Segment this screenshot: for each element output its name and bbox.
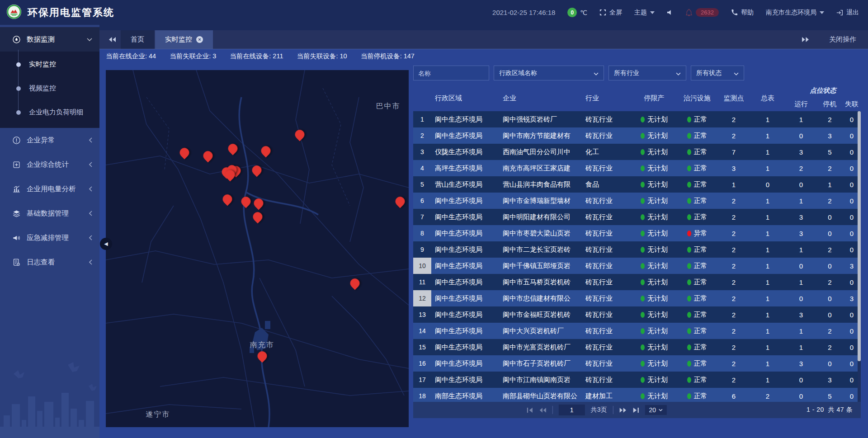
cell-stop-count: 0	[817, 225, 843, 241]
last-page-button[interactable]	[632, 407, 639, 413]
sidebar-item-1[interactable]: 数据监测	[0, 27, 99, 52]
cell-index: 6	[413, 193, 431, 209]
cell-index: 4	[413, 160, 431, 176]
treatment-label: 正常	[694, 262, 708, 270]
page-input[interactable]	[559, 405, 585, 415]
tab-scroll-right-button[interactable]	[797, 37, 814, 42]
production-label: 无计划	[647, 278, 668, 287]
cell-monitor-count: 2	[717, 355, 750, 372]
cell-production-status: 无计划	[632, 225, 677, 241]
cell-company: 阆中市南方节能建材有	[499, 127, 582, 144]
table-row[interactable]: 4高坪生态环境局南充市高坪区王家店建砖瓦行业无计划正常31220	[413, 160, 861, 176]
help-label: 帮助	[741, 9, 754, 17]
production-label: 无计划	[647, 164, 668, 173]
sidebar-subitem-3[interactable]: 企业电力负荷明细	[0, 100, 99, 124]
status-dot-green	[687, 361, 691, 367]
map-canvas[interactable]: 巴中市南充市遂宁市	[106, 70, 409, 427]
treatment-label: 正常	[694, 115, 708, 124]
cell-run-count: 2	[785, 160, 817, 176]
mute-button[interactable]	[667, 9, 673, 15]
tab-1[interactable]: 首页	[121, 30, 154, 49]
treatment-label: 正常	[694, 213, 708, 221]
sidebar-item-5[interactable]: 基础数据管理	[0, 201, 99, 226]
logout-button[interactable]: 退出	[836, 9, 859, 17]
fullscreen-icon	[599, 9, 606, 16]
industry-select[interactable]: 所有行业	[609, 66, 686, 80]
sidebar-item-4[interactable]: 企业用电量分析	[0, 177, 99, 201]
table-row[interactable]: 7阆中生态环境局阆中明阳建材有限公司砖瓦行业无计划正常21300	[413, 209, 861, 225]
table-row[interactable]: 17阆中生态环境局阆中市江南镇阆南页岩砖瓦行业无计划正常21030	[413, 372, 861, 388]
status-dot-green	[641, 393, 645, 399]
status-dot-green	[641, 214, 645, 220]
table-row[interactable]: 14阆中生态环境局阆中大兴页岩机砖厂砖瓦行业无计划正常21120	[413, 323, 861, 339]
sidebar-item-3[interactable]: 企业综合统计	[0, 152, 99, 177]
industry-select-value: 所有行业	[614, 69, 639, 77]
table-row[interactable]: 6阆中生态环境局阆中市金博瑞新型墙材砖瓦行业无计划正常21120	[413, 193, 861, 209]
table-row[interactable]: 18南部生态环境局南部县砌华山页岩有限公建材加工无计划正常62050	[413, 388, 861, 402]
close-operations-button[interactable]: 关闭操作	[829, 35, 856, 44]
tab-2[interactable]: 实时监控×	[155, 30, 213, 49]
fullscreen-button[interactable]: 全屏	[599, 9, 622, 17]
header-subcell-1: 运行	[785, 100, 817, 108]
header-cell-4: 停限产	[632, 94, 677, 103]
tab-close-icon[interactable]: ×	[196, 36, 203, 43]
table-row[interactable]: 5营山生态环境局营山县润丰肉食品有限食品无计划正常10010	[413, 176, 861, 193]
cell-run-count: 1	[785, 193, 817, 209]
status-dot-green	[687, 149, 691, 155]
help-button[interactable]: 帮助	[731, 9, 754, 17]
chevron-down-icon	[676, 70, 681, 77]
table-row[interactable]: 13阆中生态环境局阆中市金福旺页岩机砖砖瓦行业无计划正常21300	[413, 306, 861, 323]
tab-scroll-left-button[interactable]	[104, 37, 121, 42]
region-select[interactable]: 行政区域名称	[494, 66, 604, 80]
record-total: 共 47 条	[828, 406, 853, 413]
treatment-label: 正常	[694, 278, 708, 287]
cell-production-status: 无计划	[632, 258, 677, 274]
prev-page-button[interactable]	[539, 407, 547, 413]
table-row[interactable]: 10阆中生态环境局阆中千佛镇五郎垭页岩砖瓦行业无计划正常21003	[413, 258, 861, 274]
map-panel[interactable]: 巴中市南充市遂宁市 ◀	[106, 70, 409, 427]
sidebar-item-2[interactable]: 企业异常	[0, 128, 99, 152]
notification-button[interactable]: 2632	[685, 8, 719, 17]
production-label: 无计划	[647, 197, 668, 205]
cell-stop-count: 3	[817, 127, 843, 144]
status-dot-green	[687, 182, 691, 188]
sidebar-item-7[interactable]: 日志查看	[0, 250, 99, 274]
table-row[interactable]: 11阆中生态环境局阆中市五马桥页岩机砖砖瓦行业无计划正常21120	[413, 274, 861, 290]
cell-index: 1	[413, 111, 431, 127]
table-row[interactable]: 15阆中生态环境局阆中市光富页岩机砖厂砖瓦行业无计划正常21120	[413, 339, 861, 355]
log-icon	[12, 258, 21, 267]
cell-index: 2	[413, 127, 431, 144]
sidebar-item-6[interactable]: 应急减排管理	[0, 226, 99, 250]
first-page-button[interactable]	[527, 407, 533, 413]
cell-stop-count: 5	[817, 388, 843, 402]
table-row[interactable]: 16阆中生态环境局阆中市石子页岩机砖厂砖瓦行业无计划正常21300	[413, 355, 861, 372]
page-size-value: 20	[649, 406, 656, 414]
table-row[interactable]: 3仪陇生态环境局西南油气田分公司川中化工无计划正常71350	[413, 144, 861, 160]
status-select[interactable]: 所有状态	[691, 66, 744, 80]
cell-production-status: 无计划	[632, 372, 677, 388]
cell-meter-count: 1	[750, 372, 785, 388]
table-row[interactable]: 12阆中生态环境局阆中市忠信建材有限公砖瓦行业无计划正常21003	[413, 290, 861, 306]
next-page-button[interactable]	[619, 407, 627, 413]
table-scrollbar[interactable]	[858, 111, 861, 402]
sidebar-subitem-2[interactable]: 视频监控	[0, 76, 99, 100]
theme-dropdown[interactable]: 主题	[634, 9, 655, 17]
cell-company: 阆中千佛镇五郎垭页岩	[499, 258, 582, 274]
table-row[interactable]: 8阆中生态环境局阆中市枣碧大梁山页岩砖瓦行业无计划异常21300	[413, 225, 861, 241]
cell-index: 17	[413, 372, 431, 388]
cell-stop-count: 3	[817, 372, 843, 388]
table-scrollbar-thumb[interactable]	[858, 111, 861, 361]
pager-divider	[613, 406, 613, 414]
table-row[interactable]: 1阆中生态环境局阆中强锐页岩砖厂砖瓦行业无计划正常21120	[413, 111, 861, 127]
tab-list: 首页实时监控×	[121, 30, 214, 49]
table-row[interactable]: 9阆中生态环境局阆中市二龙长宝页岩砖砖瓦行业无计划正常21120	[413, 241, 861, 258]
header-cell-7: 总表	[750, 94, 785, 103]
chevron-down-icon	[650, 11, 655, 14]
status-dot-green	[641, 328, 645, 334]
page-size-select[interactable]: 20	[645, 405, 667, 415]
user-dropdown[interactable]: 南充市生态环境局	[766, 9, 824, 17]
table-row[interactable]: 2阆中生态环境局阆中市南方节能建材有砖瓦行业无计划正常21030	[413, 127, 861, 144]
chevron-down-icon	[734, 70, 739, 77]
sidebar-subitem-1[interactable]: 实时监控	[0, 52, 99, 76]
name-filter-input[interactable]	[413, 66, 489, 80]
